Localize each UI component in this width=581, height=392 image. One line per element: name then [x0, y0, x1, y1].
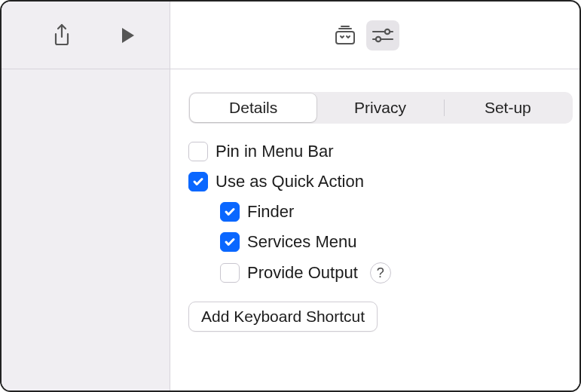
add-keyboard-shortcut-button[interactable]: Add Keyboard Shortcut — [188, 302, 378, 332]
tab-privacy[interactable]: Privacy — [316, 93, 443, 122]
help-button[interactable]: ? — [370, 262, 391, 283]
run-button[interactable] — [112, 20, 145, 51]
checkbox-checked[interactable] — [220, 232, 240, 252]
checkbox-unchecked[interactable] — [220, 263, 240, 283]
inspector-button[interactable] — [366, 20, 399, 51]
play-icon — [120, 26, 136, 44]
option-label: Finder — [247, 202, 294, 222]
option-finder[interactable]: Finder — [220, 202, 561, 222]
toolbar — [2, 2, 579, 69]
tab-details[interactable]: Details — [190, 93, 316, 122]
button-label: Add Keyboard Shortcut — [201, 308, 365, 326]
help-icon: ? — [377, 265, 384, 281]
option-provide-output[interactable]: Provide Output ? — [220, 262, 561, 283]
checkbox-unchecked[interactable] — [188, 142, 208, 161]
option-services-menu[interactable]: Services Menu — [220, 232, 561, 252]
svg-rect-0 — [336, 32, 354, 44]
tab-label: Privacy — [354, 99, 406, 117]
svg-point-2 — [384, 29, 389, 33]
option-pin-menu-bar[interactable]: Pin in Menu Bar — [188, 142, 561, 161]
inspector-panel: Details Privacy Set-up Pin in Menu Bar U… — [170, 69, 579, 390]
tab-label: Details — [229, 99, 277, 117]
share-icon — [52, 23, 72, 47]
checkbox-checked[interactable] — [188, 172, 208, 191]
option-label: Use as Quick Action — [216, 172, 364, 191]
option-label: Provide Output — [247, 263, 358, 283]
tab-setup[interactable]: Set-up — [445, 93, 571, 122]
library-icon — [333, 25, 357, 46]
option-label: Pin in Menu Bar — [216, 142, 334, 161]
tab-label: Set-up — [485, 99, 531, 117]
svg-point-4 — [375, 36, 380, 41]
checkbox-checked[interactable] — [220, 202, 240, 222]
library-button[interactable] — [329, 20, 362, 51]
sliders-icon — [371, 27, 395, 44]
tab-segmented-control: Details Privacy Set-up — [188, 92, 573, 124]
option-quick-action[interactable]: Use as Quick Action — [188, 172, 561, 191]
share-button[interactable] — [45, 20, 78, 51]
option-label: Services Menu — [247, 232, 357, 252]
